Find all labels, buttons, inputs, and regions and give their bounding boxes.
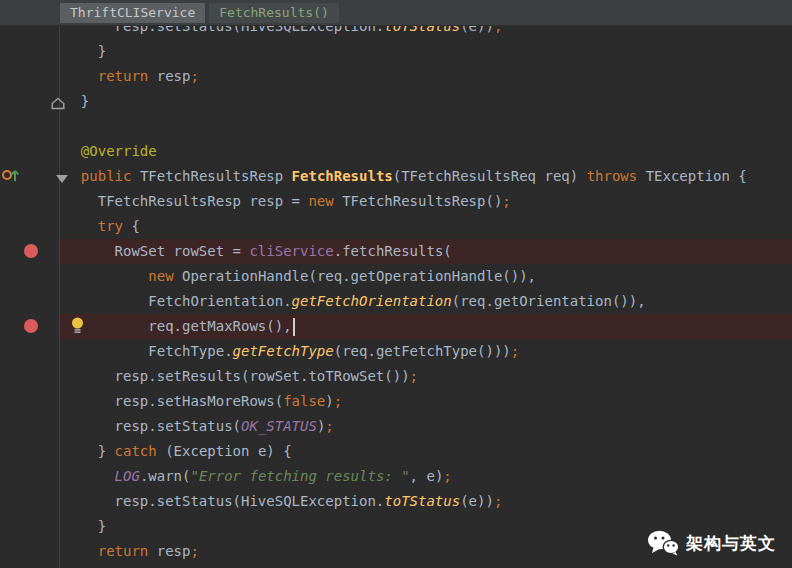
code-token: getFetchOrientation [292, 293, 452, 309]
code-token: ; [502, 193, 510, 209]
code-line[interactable]: } [60, 89, 792, 114]
code-token: } [64, 93, 89, 109]
code-token: ; [334, 393, 342, 409]
code-line[interactable]: new OperationHandle(req.getOperationHand… [60, 264, 792, 289]
breadcrumb-bar: ThriftCLIService FetchResults() [0, 0, 792, 26]
code-token: (TFetchResultsReq req) [393, 168, 587, 184]
code-token: toTStatus [384, 493, 460, 509]
code-token: TFetchResultsResp() [334, 193, 503, 209]
fold-arrow-down-icon[interactable] [55, 169, 69, 188]
code-token: .fetchResults( [334, 243, 452, 259]
code-line[interactable]: } catch (Exception e) { [60, 439, 792, 464]
code-token: public [81, 168, 140, 184]
code-token: OperationHandle(req.getOperationHandle()… [174, 268, 536, 284]
code-token [64, 543, 98, 559]
watermark: 架构与英文 [647, 530, 776, 556]
watermark-text: 架构与英文 [686, 532, 776, 555]
code-token: FetchOrientation. [64, 293, 292, 309]
overriding-method-icon[interactable] [2, 167, 19, 186]
code-editor[interactable]: resp.setStatus(HiveSQLException.toTStatu… [0, 26, 792, 568]
code-token: req.getMaxRows(), [64, 318, 292, 334]
breakpoint-icon[interactable] [24, 319, 38, 333]
code-token: TException { [637, 168, 747, 184]
code-line[interactable]: RowSet rowSet = cliService.fetchResults( [60, 239, 792, 264]
code-token: { [123, 218, 140, 234]
breadcrumb-method[interactable]: FetchResults() [209, 3, 339, 23]
code-line[interactable]: resp.setStatus(OK_STATUS); [60, 414, 792, 439]
code-line[interactable]: resp.setResults(rowSet.toTRowSet()); [60, 364, 792, 389]
code-token [64, 268, 148, 284]
intention-bulb-icon[interactable] [70, 317, 85, 338]
code-token: ; [190, 543, 198, 559]
code-token: (e)) [460, 26, 494, 34]
code-lines: resp.setStatus(HiveSQLException.toTStatu… [60, 26, 792, 564]
code-token: } [64, 518, 106, 534]
code-token: (Exception e) { [157, 443, 292, 459]
code-line[interactable]: try { [60, 214, 792, 239]
code-token: OK_STATUS [241, 418, 317, 434]
code-token: RowSet rowSet = [64, 243, 249, 259]
code-line[interactable]: TFetchResultsResp resp = new TFetchResul… [60, 189, 792, 214]
code-line[interactable]: resp.setHasMoreRows(false); [60, 389, 792, 414]
breadcrumb-class[interactable]: ThriftCLIService [60, 3, 205, 23]
code-line[interactable]: } [60, 39, 792, 64]
code-token: false [283, 393, 325, 409]
code-line[interactable]: resp.setStatus(HiveSQLException.toTStatu… [60, 489, 792, 514]
code-line[interactable]: LOG.warn("Error fetching results: ", e); [60, 464, 792, 489]
code-token: ; [190, 68, 198, 84]
code-line[interactable]: resp.setStatus(HiveSQLException.toTStatu… [60, 26, 792, 39]
code-token: toTStatus [384, 26, 460, 34]
code-token: resp.setHasMoreRows( [64, 393, 283, 409]
code-line[interactable]: return resp; [60, 64, 792, 89]
code-token: resp.setResults(rowSet.toTRowSet()) [64, 368, 410, 384]
code-token: resp.setStatus(HiveSQLException. [64, 26, 384, 34]
code-line[interactable]: FetchOrientation.getFetchOrientation(req… [60, 289, 792, 314]
code-token: ; [325, 418, 333, 434]
wechat-icon [647, 530, 679, 556]
code-token: resp.setStatus(HiveSQLException. [64, 493, 384, 509]
code-token [64, 68, 98, 84]
code-token: catch [115, 443, 157, 459]
code-line[interactable]: @Override [60, 139, 792, 164]
code-token: (req.getFetchType())) [334, 343, 511, 359]
breakpoint-icon[interactable] [24, 244, 38, 258]
code-token: ; [494, 493, 502, 509]
code-token: return [98, 543, 149, 559]
code-token: resp [148, 68, 190, 84]
code-line[interactable]: FetchType.getFetchType(req.getFetchType(… [60, 339, 792, 364]
code-token: } [64, 443, 115, 459]
code-token: (req.getOrientation()), [452, 293, 646, 309]
code-token: resp.setStatus( [64, 418, 241, 434]
code-token: new [308, 193, 333, 209]
code-token: (e)) [460, 493, 494, 509]
code-token: resp [148, 543, 190, 559]
code-token: getFetchType [233, 343, 334, 359]
code-token: ) [325, 393, 333, 409]
code-token: .warn( [140, 468, 191, 484]
code-token: ; [443, 468, 451, 484]
text-cursor [293, 318, 295, 336]
code-line[interactable] [60, 114, 792, 139]
code-token: FetchResults [292, 168, 393, 184]
code-token: FetchType. [64, 343, 233, 359]
ide-window: ThriftCLIService FetchResults() resp.set… [0, 0, 792, 568]
code-token [64, 218, 98, 234]
code-token: "Error fetching results: " [190, 468, 409, 484]
code-token: LOG [115, 468, 140, 484]
code-token: return [98, 68, 149, 84]
code-token: throws [587, 168, 638, 184]
code-token: } [64, 43, 106, 59]
code-line[interactable]: public TFetchResultsResp FetchResults(TF… [60, 164, 792, 189]
code-token: ; [511, 343, 519, 359]
code-token [64, 468, 115, 484]
code-token: ; [494, 26, 502, 34]
fold-region-end-icon[interactable] [51, 95, 65, 114]
code-token [64, 143, 81, 159]
code-token: @Override [81, 143, 157, 159]
code-line[interactable]: req.getMaxRows(), [60, 314, 792, 339]
code-token: cliService [249, 243, 333, 259]
code-token: ; [410, 368, 418, 384]
code-token: new [148, 268, 173, 284]
code-token: TFetchResultsResp [140, 168, 292, 184]
code-token: , e) [410, 468, 444, 484]
